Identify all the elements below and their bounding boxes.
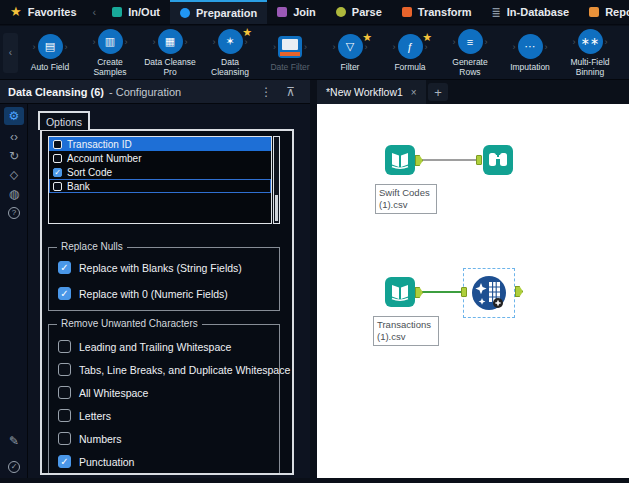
gear-icon[interactable]: ⚙: [4, 107, 24, 125]
option-numbers[interactable]: Numbers: [58, 432, 122, 445]
tab-label: Join: [293, 6, 316, 18]
field-list-scrollbar[interactable]: [273, 136, 280, 224]
workflow-canvas[interactable]: Swift Codes (1).csv: [317, 104, 629, 478]
output-anchor[interactable]: [415, 287, 423, 298]
tool-multi-field-binning[interactable]: › ∗∗ › Multi-Field Binning: [560, 28, 620, 78]
favorite-star-icon: ★: [242, 26, 252, 39]
option-replace-blanks[interactable]: ✓ Replace with Blanks (String Fields): [58, 261, 242, 274]
field-row-transaction-id[interactable]: Transaction ID: [49, 137, 271, 151]
option-replace-zero[interactable]: ✓ Replace with 0 (Numeric Fields): [58, 287, 228, 300]
tool-filter[interactable]: ★ › ▽ › Filter: [320, 33, 380, 73]
checkbox[interactable]: [58, 409, 71, 422]
checkbox-checked[interactable]: ✓: [58, 455, 71, 468]
data-cleansing-icon: [469, 273, 509, 313]
tab-favorites[interactable]: ★ Favorites: [0, 0, 87, 24]
tool-data-cleansing[interactable]: ★ › ✶ › Data Cleansing: [200, 28, 260, 78]
tab-reporting[interactable]: Reporting: [579, 0, 629, 24]
option-tabs-line-breaks[interactable]: Tabs, Line Breaks, and Duplicate Whitesp…: [58, 363, 290, 376]
database-stack-icon: ≣: [492, 7, 501, 17]
tool-date-filter[interactable]: › › Date Filter: [260, 33, 320, 73]
option-all-whitespace[interactable]: All Whitespace: [58, 386, 148, 399]
data-cleansing-icon: ✶: [218, 29, 243, 54]
tab-transform[interactable]: Transform: [392, 0, 482, 24]
option-label: Letters: [79, 410, 111, 422]
anchor-out-icon: ›: [545, 42, 548, 52]
tab-in-out[interactable]: In/Out: [102, 0, 170, 24]
tool-generate-rows[interactable]: › ≡ › Generate Rows: [440, 28, 500, 78]
parse-icon: [336, 7, 346, 17]
options-area: Options Transaction ID Account Number ✓ …: [28, 104, 297, 478]
output-anchor[interactable]: [515, 286, 523, 297]
tab-preparation[interactable]: Preparation: [170, 0, 267, 24]
node-browse[interactable]: [483, 145, 513, 175]
tab-parse[interactable]: Parse: [326, 0, 392, 24]
connection-wire-green[interactable]: [422, 291, 464, 293]
help-icon[interactable]: ?: [4, 204, 24, 222]
node-label-swift-codes[interactable]: Swift Codes (1).csv: [375, 184, 437, 214]
kebab-menu-icon[interactable]: ⋮: [253, 85, 279, 99]
node-input-transactions[interactable]: [385, 277, 415, 307]
tab-join[interactable]: Join: [267, 0, 326, 24]
input-anchor[interactable]: [476, 155, 482, 165]
configuration-header: Data Cleansing (6) - Configuration ⋮ ⊼: [0, 80, 310, 104]
option-leading-trailing-whitespace[interactable]: Leading and Trailing Whitespace: [58, 340, 231, 353]
globe-icon[interactable]: ◍: [4, 185, 24, 203]
checkbox[interactable]: [53, 154, 62, 163]
option-label: Tabs, Line Breaks, and Duplicate Whitesp…: [79, 364, 290, 376]
checkbox[interactable]: [53, 140, 62, 149]
checkbox-checked[interactable]: ✓: [53, 168, 62, 177]
tool-label: Imputation: [510, 63, 550, 73]
tool-data-cleanse-pro[interactable]: › ▦ › Data Cleanse Pro: [140, 28, 200, 78]
tool-label: Multi-Field Binning: [561, 58, 619, 78]
checkbox[interactable]: [58, 432, 71, 445]
group-replace-nulls: Replace Nulls ✓ Replace with Blanks (Str…: [48, 247, 280, 311]
tool-imputation[interactable]: › ⋯ › Imputation: [500, 33, 560, 73]
tool-label: Data Cleansing: [201, 58, 259, 78]
checkbox-checked[interactable]: ✓: [58, 287, 71, 300]
field-row-sort-code[interactable]: ✓ Sort Code: [49, 165, 271, 179]
check-circle-icon[interactable]: ✓: [4, 458, 24, 476]
refresh-icon[interactable]: ↻: [4, 147, 24, 165]
pencil-icon[interactable]: ✎: [4, 432, 24, 450]
tab-label: Transform: [418, 6, 472, 18]
option-punctuation[interactable]: ✓ Punctuation: [58, 455, 134, 468]
tool-formula[interactable]: ★ › ƒ › Formula: [380, 33, 440, 73]
checkbox-checked[interactable]: ✓: [58, 261, 71, 274]
pin-icon[interactable]: ⊼: [279, 85, 302, 99]
close-icon[interactable]: ×: [411, 87, 417, 98]
config-side-rail: ⚙ ‹› ↻ ⬦ ◍ ? ✎ ✓: [0, 104, 28, 478]
node-label-transactions[interactable]: Transactions (1).csv: [373, 316, 439, 346]
node-input-swift-codes[interactable]: [385, 145, 415, 175]
input-data-book-icon: [385, 145, 415, 175]
workflow-tab-bar: *New Workflow1 × +: [310, 80, 629, 104]
anchor-out-icon: ›: [605, 37, 608, 47]
checkbox[interactable]: [58, 386, 71, 399]
tab-scroll-left[interactable]: ‹: [87, 0, 103, 24]
workflow-tab-label: *New Workflow1: [326, 86, 403, 98]
output-anchor[interactable]: [415, 155, 423, 166]
checkbox[interactable]: [53, 182, 62, 191]
anchor-in-icon: ›: [393, 42, 396, 52]
tool-auto-field[interactable]: › ▤ › Auto Field: [20, 33, 80, 73]
workflow-tab[interactable]: *New Workflow1 ×: [317, 80, 426, 104]
input-anchor[interactable]: [461, 287, 467, 297]
tab-options[interactable]: Options: [38, 111, 90, 130]
tag-icon[interactable]: ⬦: [4, 166, 24, 184]
auto-field-icon: ▤: [38, 34, 63, 59]
checkbox[interactable]: [58, 340, 71, 353]
imputation-icon: ⋯: [518, 34, 543, 59]
tab-in-database[interactable]: ≣ In-Database: [482, 0, 580, 24]
option-letters[interactable]: Letters: [58, 409, 111, 422]
preparation-icon: [180, 8, 190, 18]
field-row-bank[interactable]: Bank: [49, 179, 271, 193]
palette-collapse-button[interactable]: ‹: [3, 33, 18, 73]
field-row-account-number[interactable]: Account Number: [49, 151, 271, 165]
tool-palette: ‹ › ▤ › Auto Field › ▥ › Create Samples …: [0, 26, 629, 80]
connection-wire-grey[interactable]: [422, 159, 480, 161]
checkbox[interactable]: [58, 363, 71, 376]
new-workflow-button[interactable]: +: [428, 83, 448, 101]
xml-view-icon[interactable]: ‹›: [4, 128, 24, 146]
tool-create-samples[interactable]: › ▥ › Create Samples: [80, 28, 140, 78]
node-data-cleansing-selected[interactable]: [463, 268, 515, 318]
anchor-in-icon: ›: [273, 42, 276, 52]
